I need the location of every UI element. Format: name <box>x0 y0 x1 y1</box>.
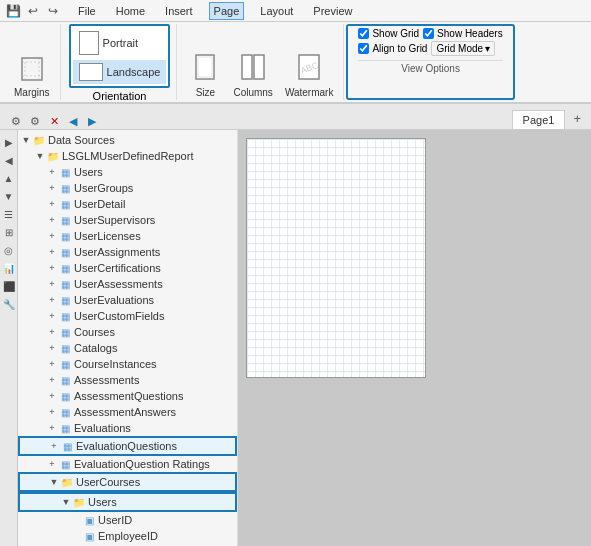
item-label: UserAssignments <box>74 246 160 258</box>
evaluation-questions-item[interactable]: + ▦ EvaluationQuestions <box>18 436 237 456</box>
list-item[interactable]: + ▦ CourseInstances <box>18 356 237 372</box>
list-item[interactable]: + ▦ UserDetail <box>18 196 237 212</box>
tab-add-button[interactable]: + <box>567 108 587 129</box>
side-tool-5[interactable]: ☰ <box>1 206 17 222</box>
align-grid-checkbox[interactable]: Align to Grid <box>358 43 427 54</box>
menu-page[interactable]: Page <box>209 2 245 20</box>
side-tool-1[interactable]: ▶ <box>1 134 17 150</box>
list-item[interactable]: + ▦ UserSupervisors <box>18 212 237 228</box>
list-item[interactable]: + ▦ Assessments <box>18 372 237 388</box>
list-item[interactable]: + ▦ UserLicenses <box>18 228 237 244</box>
list-item[interactable]: + ▦ Evaluations <box>18 420 237 436</box>
canvas-scroll[interactable] <box>238 130 591 546</box>
panel-settings-icon[interactable]: ⚙ <box>27 113 43 129</box>
userid-item[interactable]: ▣ UserID <box>18 512 237 528</box>
grid-mode-dropdown[interactable]: Grid Mode ▾ <box>431 41 495 56</box>
portrait-option[interactable]: Portrait <box>73 28 167 58</box>
panel-move-right-icon[interactable]: ▶ <box>84 113 100 129</box>
expander[interactable]: + <box>46 390 58 402</box>
menu-file[interactable]: File <box>74 3 100 19</box>
save-icon[interactable]: 💾 <box>4 2 22 20</box>
list-item[interactable]: + ▦ AssessmentQuestions <box>18 388 237 404</box>
list-item[interactable]: + ▦ UserAssessments <box>18 276 237 292</box>
show-grid-input[interactable] <box>358 28 369 39</box>
redo-icon[interactable]: ↪ <box>44 2 62 20</box>
panel-delete-icon[interactable]: ✕ <box>46 113 62 129</box>
expander[interactable]: + <box>46 326 58 338</box>
menu-layout[interactable]: Layout <box>256 3 297 19</box>
expander[interactable]: + <box>46 358 58 370</box>
expander[interactable]: + <box>46 406 58 418</box>
panel-gear-icon[interactable]: ⚙ <box>8 113 24 129</box>
ribbon-group-orientation-items: Portrait Landscape Orientation <box>69 24 171 102</box>
columns-label: Columns <box>233 87 272 98</box>
landscape-option[interactable]: Landscape <box>73 60 167 84</box>
list-item[interactable]: + ▦ UserCertifications <box>18 260 237 276</box>
side-tool-3[interactable]: ▲ <box>1 170 17 186</box>
menu-preview[interactable]: Preview <box>309 3 356 19</box>
expander[interactable]: + <box>46 166 58 178</box>
expander[interactable]: + <box>46 182 58 194</box>
menu-home[interactable]: Home <box>112 3 149 19</box>
menu-insert[interactable]: Insert <box>161 3 197 19</box>
item-label: UserID <box>98 514 132 526</box>
user-courses-item[interactable]: ▼ 📁 UserCourses <box>18 472 237 492</box>
expander[interactable]: ▼ <box>48 476 60 488</box>
list-item[interactable]: + ▦ AssessmentAnswers <box>18 404 237 420</box>
show-grid-checkbox[interactable]: Show Grid <box>358 28 419 39</box>
expander[interactable]: + <box>46 310 58 322</box>
side-tool-8[interactable]: 📊 <box>1 260 17 276</box>
size-button[interactable]: Size <box>185 51 225 100</box>
panel-move-left-icon[interactable]: ◀ <box>65 113 81 129</box>
root-label: Data Sources <box>48 134 115 146</box>
align-grid-input[interactable] <box>358 43 369 54</box>
list-item[interactable]: + ▦ UserEvaluations <box>18 292 237 308</box>
expander[interactable]: + <box>46 230 58 242</box>
expander[interactable]: + <box>46 294 58 306</box>
side-tool-9[interactable]: ⬛ <box>1 278 17 294</box>
expander[interactable]: ▼ <box>60 496 72 508</box>
expander[interactable]: + <box>46 198 58 210</box>
ribbon-group-size: Size Columns ABC Watermar <box>179 24 344 100</box>
columns-button[interactable]: Columns <box>229 51 276 100</box>
expander[interactable]: + <box>46 458 58 470</box>
list-item[interactable]: + ▦ EvaluationQuestion Ratings <box>18 456 237 472</box>
expander[interactable]: + <box>46 422 58 434</box>
expander[interactable]: + <box>46 342 58 354</box>
show-headers-checkbox[interactable]: Show Headers <box>423 28 503 39</box>
list-item[interactable]: + ▦ Courses <box>18 324 237 340</box>
margins-button[interactable]: Margins <box>10 51 54 100</box>
size-label: Size <box>196 87 215 98</box>
show-headers-input[interactable] <box>423 28 434 39</box>
list-item[interactable]: + ▦ Catalogs <box>18 340 237 356</box>
list-item[interactable]: + ▦ Users <box>18 164 237 180</box>
employeeid-item[interactable]: ▣ EmployeeID <box>18 528 237 544</box>
side-tool-7[interactable]: ◎ <box>1 242 17 258</box>
side-tool-10[interactable]: 🔧 <box>1 296 17 312</box>
list-item[interactable]: + ▦ UserAssignments <box>18 244 237 260</box>
side-tool-6[interactable]: ⊞ <box>1 224 17 240</box>
item-label: UserDetail <box>74 198 125 210</box>
right-canvas <box>238 130 591 546</box>
list-item[interactable]: + ▦ UserGroups <box>18 180 237 196</box>
side-tool-4[interactable]: ▼ <box>1 188 17 204</box>
expander[interactable]: + <box>46 278 58 290</box>
side-tool-2[interactable]: ◀ <box>1 152 17 168</box>
tree-root[interactable]: ▼ 📁 Data Sources <box>18 132 237 148</box>
undo-icon[interactable]: ↩ <box>24 2 42 20</box>
expander[interactable]: + <box>46 374 58 386</box>
item-label: UserAssessments <box>74 278 163 290</box>
expander[interactable]: + <box>48 440 60 452</box>
orientation-dropdown[interactable]: Portrait Landscape <box>69 24 171 88</box>
users-child-item[interactable]: ▼ 📁 Users <box>18 492 237 512</box>
grid-mode-chevron: ▾ <box>485 43 490 54</box>
list-item[interactable]: + ▦ UserCustomFields <box>18 308 237 324</box>
expander[interactable]: + <box>46 262 58 274</box>
report-expander[interactable]: ▼ <box>34 150 46 162</box>
tree-report[interactable]: ▼ 📁 LSGLMUserDefinedReport <box>18 148 237 164</box>
tab-page1[interactable]: Page1 <box>512 110 566 129</box>
watermark-button[interactable]: ABC Watermark <box>281 51 338 100</box>
expander[interactable]: + <box>46 246 58 258</box>
expander[interactable]: + <box>46 214 58 226</box>
root-expander[interactable]: ▼ <box>20 134 32 146</box>
